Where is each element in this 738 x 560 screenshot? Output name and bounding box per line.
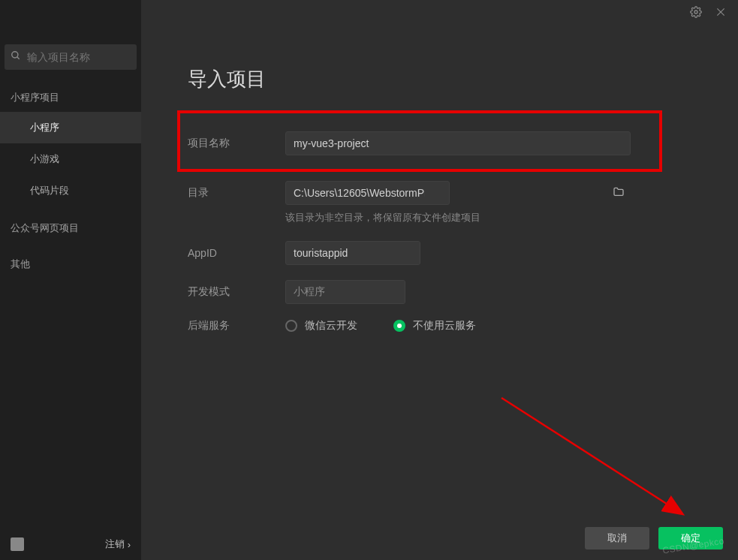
project-name-input[interactable] [285, 131, 631, 155]
backend-label: 后端服务 [188, 319, 285, 333]
nav-group-header: 小程序项目 [0, 83, 141, 112]
devmode-label: 开发模式 [188, 285, 285, 299]
avatar[interactable] [11, 537, 24, 551]
logout-button[interactable]: 注销 › [105, 537, 131, 551]
page-title: 导入项目 [188, 66, 693, 92]
radio-label: 不使用云服务 [413, 319, 476, 333]
svg-point-2 [694, 11, 697, 14]
sidebar-item-minigame[interactable]: 小游戏 [0, 143, 141, 175]
close-icon[interactable] [715, 7, 726, 20]
logout-label: 注销 [105, 537, 125, 551]
directory-label: 目录 [188, 186, 285, 200]
chevron-right-icon: › [128, 539, 131, 550]
folder-icon[interactable] [613, 186, 625, 200]
devmode-select[interactable]: 小程序 [285, 280, 405, 304]
radio-icon [393, 320, 405, 332]
highlight-annotation: 项目名称 [177, 110, 662, 172]
appid-input[interactable] [285, 241, 420, 265]
nav-group-header: 其他 [0, 250, 141, 278]
search-input[interactable] [5, 44, 137, 70]
project-name-label: 项目名称 [188, 137, 285, 150]
search-icon [11, 50, 21, 64]
radio-wechat-cloud[interactable]: 微信云开发 [285, 319, 357, 333]
confirm-button[interactable]: 确定 [658, 527, 723, 549]
directory-helper: 该目录为非空目录，将保留原有文件创建项目 [285, 211, 693, 224]
titlebar [141, 0, 738, 27]
dialog-footer: 取消 确定 [141, 516, 738, 560]
svg-point-0 [12, 52, 18, 58]
nav-group-header: 公众号网页项目 [0, 214, 141, 242]
directory-input[interactable] [285, 181, 450, 205]
main-panel: 导入项目 项目名称 目录 该目录为非空目录，将保留原有文件创建项目 App [141, 0, 738, 560]
appid-label: AppID [188, 247, 285, 259]
sidebar: 小程序项目 小程序 小游戏 代码片段 公众号网页项目 其他 注销 › [0, 0, 141, 560]
radio-icon [285, 320, 297, 332]
devmode-value: 小程序 [294, 285, 325, 299]
gear-icon[interactable] [690, 6, 702, 21]
sidebar-item-snippet[interactable]: 代码片段 [0, 175, 141, 206]
cancel-button[interactable]: 取消 [585, 527, 649, 549]
radio-no-cloud[interactable]: 不使用云服务 [393, 319, 476, 333]
svg-line-1 [17, 57, 20, 59]
radio-label: 微信云开发 [305, 319, 357, 333]
sidebar-item-miniprogram[interactable]: 小程序 [0, 112, 141, 143]
